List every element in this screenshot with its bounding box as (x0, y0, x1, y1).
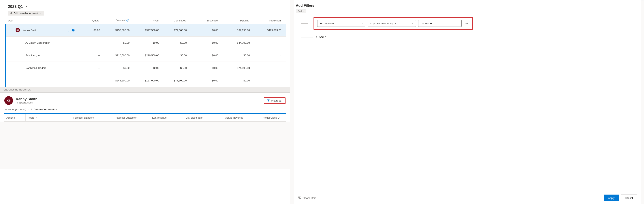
col-user[interactable]: User (5, 19, 80, 22)
rec-col-topic[interactable]: Topic↑ (26, 114, 71, 121)
table-row[interactable]: Fabrikam, Inc.--$210,500.00$210,500.00$0… (6, 49, 286, 62)
rec-col-est-revenue[interactable]: Est. revenue (150, 114, 184, 121)
row-name: Northwind Traders (26, 67, 46, 69)
cell-quota: -- (81, 41, 104, 44)
clear-filter-icon (298, 196, 301, 200)
rec-col-potential-customer[interactable]: Potential Customer (112, 114, 150, 121)
cell-best: $0.00 (191, 29, 222, 32)
cell-committed: $0.00 (164, 54, 191, 57)
col-best-case[interactable]: Best case (190, 19, 222, 22)
chevron-down-icon (39, 12, 41, 14)
underlying-records-bar: UNDERLYING RECORDS (0, 87, 290, 93)
cell-pred: $499,013.25 (254, 29, 286, 32)
drill-label: Drill down by: Account (14, 12, 38, 15)
cell-committed: $0.00 (164, 67, 191, 69)
chevron-down-icon (412, 22, 414, 24)
table-row[interactable]: Northwind Traders--$0.00$0.00$0.00$0.00$… (6, 62, 286, 74)
chevron-down-icon (361, 22, 363, 24)
col-pipeline[interactable]: Pipeline (222, 19, 254, 22)
cell-quota: -- (81, 79, 104, 82)
table-row[interactable]: KSKenny Smith$0.00$455,000.00$377,500.00… (6, 24, 286, 36)
chevron-down-icon (25, 5, 28, 8)
cell-pred: -- (254, 79, 286, 82)
chevron-down-icon (325, 36, 327, 38)
avatar: KS (4, 96, 13, 105)
cell-pred: -- (254, 54, 286, 57)
add-filters-panel: Add Filters And Est. revenue Is greater … (294, 0, 641, 204)
col-quota[interactable]: Quota (80, 19, 104, 22)
col-won[interactable]: Won (133, 19, 163, 22)
cell-best: $0.00 (191, 41, 222, 44)
chevron-down-icon (302, 10, 304, 12)
filter-operator-dropdown[interactable]: Is greater than or equal ... (368, 20, 416, 27)
cell-forecast: $0.00 (104, 67, 134, 69)
cell-pipeline: $44,700.00 (222, 41, 254, 44)
cell-won: $0.00 (134, 41, 164, 44)
row-name: Kenny Smith (23, 29, 37, 32)
cell-quota: -- (81, 54, 104, 57)
sort-asc-icon: ↑ (36, 116, 37, 119)
filter-value-input[interactable] (418, 20, 462, 27)
cell-won: $0.00 (134, 67, 164, 69)
cell-pred: -- (254, 41, 286, 44)
user-heading: Kenny Smith (16, 97, 38, 101)
cell-forecast: $210,500.00 (104, 54, 134, 57)
cell-forecast: $0.00 (104, 41, 134, 44)
row-name: A. Datum Corporation (26, 41, 50, 44)
add-filter-button[interactable]: ＋ Add (313, 34, 329, 40)
forecast-table-header: User Quota Forecastⓘ Won Committed Best … (5, 17, 286, 24)
cell-pipeline: $69,695.00 (222, 29, 254, 32)
cell-pipeline: $24,995.00 (222, 67, 254, 69)
rec-col-forecast-category[interactable]: Forecast category (71, 114, 112, 121)
row-more-button[interactable]: ⋯ (464, 21, 469, 26)
cell-committed: $77,500.00 (164, 29, 191, 32)
filter-field-dropdown[interactable]: Est. revenue (317, 20, 366, 27)
rec-col-est-close-date[interactable]: Est. close date (184, 114, 223, 121)
breadcrumb-root[interactable]: Account (Account) (5, 108, 26, 111)
period-title[interactable]: 2023 Q1 (8, 4, 23, 9)
svg-point-1 (11, 13, 12, 14)
rec-col-actual-revenue[interactable]: Actual Revenue (223, 114, 260, 121)
cell-won: $210,500.00 (134, 54, 164, 57)
records-header: Actions Topic↑ Forecast category Potenti… (4, 114, 286, 121)
rec-col-actions[interactable]: Actions (4, 114, 26, 121)
share-icon[interactable] (66, 28, 70, 32)
breadcrumb: Account (Account) A. Datum Corporation (0, 107, 290, 113)
cell-forecast: $244,500.00 (104, 79, 134, 82)
panel-title: Add Filters (294, 0, 641, 9)
col-committed[interactable]: Committed (163, 19, 190, 22)
cell-committed: $77,500.00 (164, 79, 191, 82)
apply-button[interactable]: Apply (604, 195, 619, 201)
table-row[interactable]: --$244,500.00$167,000.00$77,500.00$0.00$… (6, 74, 286, 87)
col-forecast[interactable]: Forecastⓘ (104, 19, 133, 22)
avatar: KS (16, 28, 20, 32)
logical-operator-chip[interactable]: And (296, 9, 306, 13)
cell-committed: $0.00 (164, 41, 191, 44)
cell-quota: -- (81, 67, 104, 69)
breadcrumb-current: A. Datum Corporation (30, 108, 57, 111)
rec-col-actual-close-date[interactable]: Actual Close D (260, 114, 290, 121)
clear-filters-button[interactable]: Clear Filters (298, 196, 316, 200)
user-subheading: All opportunities (16, 101, 38, 104)
plus-icon: ＋ (315, 35, 318, 39)
filter-row-highlight: Est. revenue Is greater than or equal ..… (314, 17, 473, 30)
drill-down-chip[interactable]: Drill down by: Account (8, 11, 44, 15)
table-row[interactable]: A. Datum Corporation--$0.00$0.00$0.00$0.… (6, 36, 286, 49)
cell-best: $0.00 (191, 67, 222, 69)
up-arrow-icon[interactable] (72, 28, 75, 32)
row-name: Fabrikam, Inc. (26, 54, 42, 57)
col-prediction[interactable]: Prediction (254, 19, 285, 22)
info-icon[interactable]: ⓘ (126, 19, 129, 22)
target-icon (10, 12, 12, 15)
cell-best: $0.00 (191, 54, 222, 57)
cell-best: $0.00 (191, 79, 222, 82)
filter-row-checkbox[interactable] (307, 22, 310, 25)
cell-pipeline: $0.00 (222, 54, 254, 57)
filters-button[interactable]: Filters (1) (264, 97, 286, 104)
cell-quota: $0.00 (81, 29, 104, 32)
cell-pipeline: $0.00 (222, 79, 254, 82)
cancel-button[interactable]: Cancel (621, 195, 637, 201)
chevron-right-icon (27, 108, 29, 110)
filter-icon (267, 99, 270, 102)
cell-pred: -- (254, 67, 286, 69)
